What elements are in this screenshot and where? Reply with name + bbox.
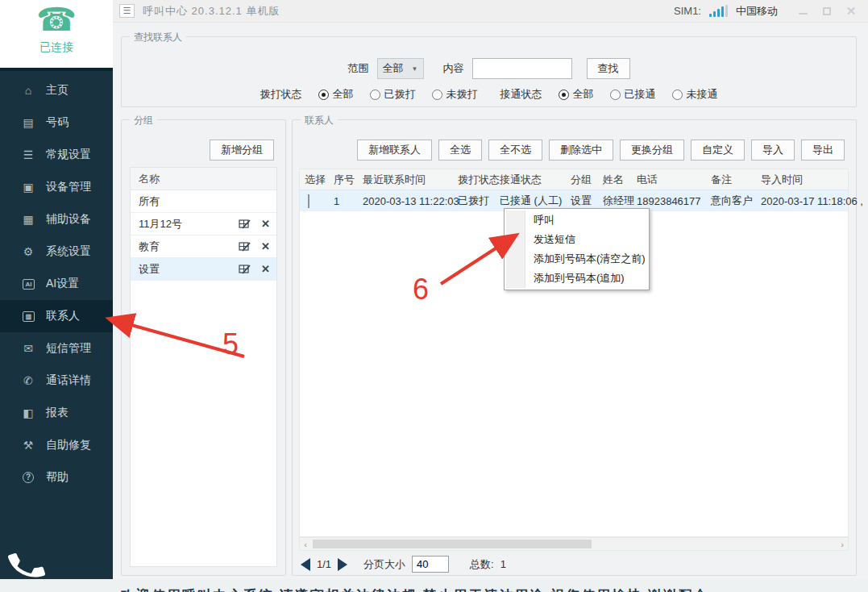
- hamburger-menu-icon[interactable]: ☰: [119, 4, 135, 18]
- sidebar-item-label: 设备管理: [46, 180, 91, 194]
- sidebar-menu: ⌂ 主页 ▤ 号码 ☰ 常规设置 ▣ 设备管理 ▦ 辅助设备 ⚙ 系统设置 AI…: [0, 71, 113, 494]
- prev-page-icon[interactable]: [301, 558, 310, 571]
- context-menu: 呼叫 发送短信 添加到号码本(清空之前) 添加到号码本(追加): [504, 208, 650, 290]
- connect-status-group: 接通状态 全部 已接通 未接通: [500, 87, 718, 102]
- app-title: 呼叫中心 20.3.12.1 单机版: [143, 4, 280, 19]
- numbers-icon: ▤: [21, 116, 35, 129]
- maximize-icon[interactable]: [821, 6, 833, 17]
- row-checkbox[interactable]: [308, 194, 309, 208]
- content-input[interactable]: [472, 58, 572, 79]
- customize-button[interactable]: 自定义: [691, 140, 745, 161]
- cell-group: 设置: [566, 194, 598, 208]
- radio-label: 未拨打: [446, 87, 478, 102]
- sidebar-item-sms-management[interactable]: ✉ 短信管理: [0, 332, 113, 365]
- sidebar-item-system-settings[interactable]: ⚙ 系统设置: [0, 236, 113, 268]
- add-group-button[interactable]: 新增分组: [210, 140, 274, 161]
- self-repair-icon: ⚒: [21, 439, 35, 452]
- menu-item-send-sms[interactable]: 发送短信: [505, 230, 649, 249]
- logo-area: ☎ 已连接: [0, 0, 113, 71]
- sidebar-item-general-settings[interactable]: ☰ 常规设置: [0, 139, 113, 171]
- delete-group-icon[interactable]: ✕: [261, 218, 270, 230]
- import-button[interactable]: 导入: [751, 140, 795, 161]
- col-name: 姓名: [598, 173, 632, 187]
- scrollbar-track[interactable]: [311, 538, 837, 550]
- window-controls: ✕: [797, 6, 862, 17]
- general-settings-icon: ☰: [21, 148, 35, 161]
- horizontal-scrollbar[interactable]: ‹ ›: [299, 537, 849, 551]
- sidebar-item-home[interactable]: ⌂ 主页: [0, 74, 113, 106]
- radio-dial-dialed[interactable]: 已拨打: [370, 87, 416, 102]
- group-row-all[interactable]: 所有: [131, 190, 276, 213]
- contacts-panel-legend: 联系人: [301, 114, 338, 127]
- contacts-toolbar: 新增联系人 全选 全不选 删除选中 更换分组 自定义 导入 导出: [357, 140, 845, 161]
- delete-selected-button[interactable]: 删除选中: [549, 140, 613, 161]
- delete-group-icon[interactable]: ✕: [261, 240, 270, 252]
- radio-connect-connected[interactable]: 已接通: [610, 87, 656, 102]
- groups-panel: 分组 新增分组 名称 所有 11月12号 ✕ 教育 ✕ 设置 ✕: [121, 119, 286, 576]
- next-page-icon[interactable]: [338, 558, 347, 571]
- radio-icon: [559, 90, 569, 100]
- delete-group-icon[interactable]: ✕: [261, 263, 270, 275]
- edit-group-icon[interactable]: [239, 263, 251, 275]
- groups-panel-legend: 分组: [130, 114, 157, 127]
- menu-item-add-to-phonebook-clear[interactable]: 添加到号码本(清空之前): [505, 249, 649, 269]
- sidebar-item-label: 联系人: [46, 309, 80, 323]
- add-contact-button[interactable]: 新增联系人: [357, 140, 432, 161]
- search-button[interactable]: 查找: [587, 58, 630, 79]
- sidebar-item-ai-settings[interactable]: AI AI设置: [0, 268, 113, 300]
- connection-status: 已连接: [0, 40, 113, 55]
- ai-settings-icon: AI: [23, 279, 35, 290]
- sidebar-item-label: 帮助: [46, 470, 69, 485]
- call-details-icon: ✆: [21, 374, 35, 387]
- deselect-all-button[interactable]: 全不选: [488, 140, 542, 161]
- search-row-1: 范围 全部 ▼ 内容 查找: [122, 58, 856, 79]
- sidebar: ☎ 已连接 ⌂ 主页 ▤ 号码 ☰ 常规设置 ▣ 设备管理 ▦ 辅助设备 ⚙ 系…: [0, 0, 113, 581]
- contacts-panel: 联系人 新增联系人 全选 全不选 删除选中 更换分组 自定义 导入 导出 选择 …: [292, 119, 857, 576]
- sidebar-item-numbers[interactable]: ▤ 号码: [0, 106, 113, 139]
- scrollbar-thumb[interactable]: [313, 540, 592, 548]
- sidebar-item-self-repair[interactable]: ⚒ 自助修复: [0, 429, 113, 461]
- sidebar-item-call-details[interactable]: ✆ 通话详情: [0, 365, 113, 397]
- menu-item-add-to-phonebook-append[interactable]: 添加到号码本(追加): [505, 269, 649, 288]
- group-row-settings[interactable]: 设置 ✕: [131, 258, 276, 281]
- sidebar-item-label: AI设置: [46, 277, 79, 291]
- radio-icon: [318, 90, 329, 100]
- col-index: 序号: [329, 173, 358, 187]
- group-row-nov12[interactable]: 11月12号 ✕: [131, 213, 276, 236]
- cell-name: 徐经理: [598, 194, 632, 208]
- connect-status-label: 接通状态: [500, 87, 542, 102]
- radio-dial-all[interactable]: 全部: [318, 87, 354, 102]
- sidebar-item-contacts[interactable]: ▥ 联系人: [0, 300, 113, 332]
- scope-select[interactable]: 全部 ▼: [377, 58, 424, 79]
- dial-status-group: 拨打状态 全部 已拨打 未拨打: [260, 87, 478, 102]
- menu-item-call[interactable]: 呼叫: [505, 211, 649, 230]
- col-import-time: 导入时间: [756, 173, 849, 187]
- edit-group-icon[interactable]: [239, 218, 251, 230]
- scroll-right-icon[interactable]: ›: [837, 540, 848, 549]
- phone-logo-icon: ☎: [0, 0, 113, 39]
- minimize-icon[interactable]: [797, 6, 808, 17]
- col-group: 分组: [566, 173, 598, 187]
- sidebar-item-device-management[interactable]: ▣ 设备管理: [0, 171, 113, 203]
- radio-dial-undialed[interactable]: 未拨打: [432, 87, 478, 102]
- cell-import-time: 2020-03-17 11:18:06 ,: [756, 195, 849, 207]
- export-button[interactable]: 导出: [801, 140, 845, 161]
- radio-connect-all[interactable]: 全部: [559, 87, 594, 102]
- page-size-input[interactable]: [412, 556, 449, 573]
- close-icon[interactable]: ✕: [845, 6, 857, 17]
- radio-connect-unconnected[interactable]: 未接通: [672, 87, 718, 102]
- total-label: 总数:: [470, 557, 494, 572]
- titlebar: ☰ 呼叫中心 20.3.12.1 单机版 SIM1: 中国移动 ✕: [113, 0, 868, 23]
- group-name: 11月12号: [139, 217, 239, 231]
- radio-label: 未接通: [687, 87, 718, 102]
- change-group-button[interactable]: 更换分组: [620, 140, 684, 161]
- select-all-button[interactable]: 全选: [438, 140, 482, 161]
- sidebar-item-help[interactable]: ? 帮助: [0, 461, 113, 494]
- group-row-education[interactable]: 教育 ✕: [131, 236, 276, 258]
- content-label: 内容: [443, 61, 464, 76]
- sidebar-item-auxiliary-device[interactable]: ▦ 辅助设备: [0, 203, 113, 236]
- edit-group-icon[interactable]: [239, 240, 251, 252]
- scroll-left-icon[interactable]: ‹: [300, 540, 311, 549]
- col-phone: 电话: [632, 173, 706, 187]
- sidebar-item-reports[interactable]: ◧ 报表: [0, 397, 113, 429]
